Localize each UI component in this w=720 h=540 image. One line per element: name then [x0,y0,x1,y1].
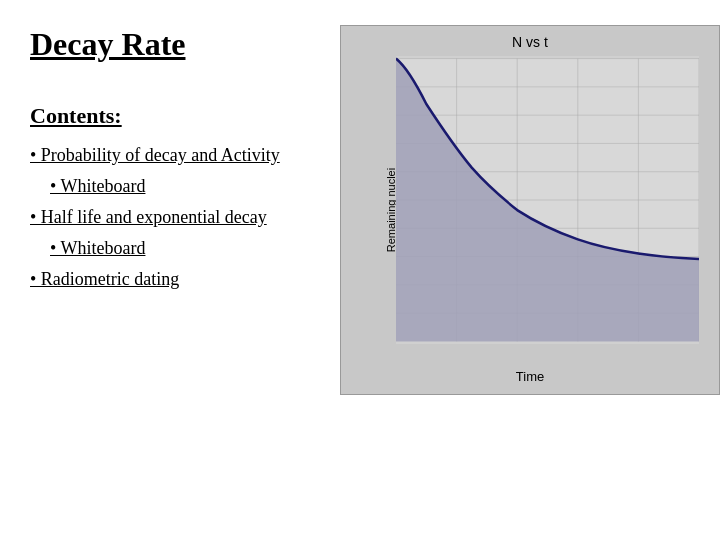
list-item: • Radiometric dating [30,265,320,294]
chart-container: N vs t Remaining nuclei Time [340,25,720,395]
chart-svg: 100 90 80 70 60 50 40 30 20 10 0 0 20 40… [396,56,699,344]
x-axis-label: Time [341,369,719,384]
right-panel: N vs t Remaining nuclei Time [340,20,720,520]
page: Decay Rate Contents: • Probability of de… [0,0,720,540]
chart-area: 100 90 80 70 60 50 40 30 20 10 0 0 20 40… [396,56,699,344]
list-item: • Whiteboard [30,172,320,201]
contents-list: • Probability of decay and Activity • Wh… [30,141,320,293]
list-item: • Probability of decay and Activity [30,141,320,170]
left-panel: Decay Rate Contents: • Probability of de… [30,20,320,520]
list-item: • Whiteboard [30,234,320,263]
list-item: • Half life and exponential decay [30,203,320,232]
chart-title: N vs t [341,34,719,50]
contents-label: Contents: [30,103,320,129]
page-title: Decay Rate [30,25,320,63]
